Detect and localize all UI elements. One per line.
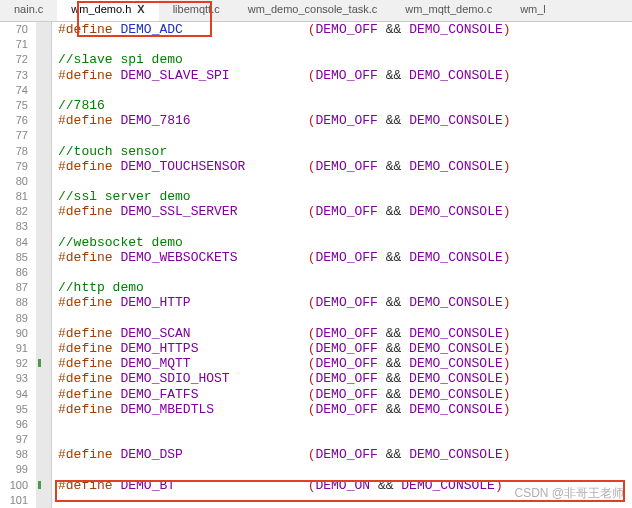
code-line[interactable]: #define DEMO_HTTP (DEMO_OFF && DEMO_CONS… xyxy=(58,295,511,310)
code-line[interactable]: //http demo xyxy=(58,280,511,295)
close-icon[interactable]: X xyxy=(137,3,144,15)
fold-column xyxy=(36,22,52,508)
code-line[interactable]: #define DEMO_7816 (DEMO_OFF && DEMO_CONS… xyxy=(58,113,511,128)
line-number-gutter: 7071727374757677787980818283848586878889… xyxy=(0,22,36,508)
code-line[interactable]: #define DEMO_MBEDTLS (DEMO_OFF && DEMO_C… xyxy=(58,402,511,417)
code-line[interactable]: //websocket demo xyxy=(58,235,511,250)
tab-wm-demo-console-task-c[interactable]: wm_demo_console_task.c xyxy=(234,0,392,21)
code-line[interactable]: #define DEMO_MQTT (DEMO_OFF && DEMO_CONS… xyxy=(58,356,511,371)
line-number: 89 xyxy=(4,311,28,326)
line-number: 72 xyxy=(4,52,28,67)
tab-bar: nain.c wm_demo.hX libemqtt.c wm_demo_con… xyxy=(0,0,632,22)
code-line[interactable]: #define DEMO_FATFS (DEMO_OFF && DEMO_CON… xyxy=(58,387,511,402)
tab-libemqtt-c[interactable]: libemqtt.c xyxy=(159,0,234,21)
code-line[interactable]: //ssl server demo xyxy=(58,189,511,204)
code-area[interactable]: #define DEMO_ADC (DEMO_OFF && DEMO_CONSO… xyxy=(52,22,511,508)
line-number: 98 xyxy=(4,447,28,462)
line-number: 99 xyxy=(4,462,28,477)
code-line[interactable]: #define DEMO_SDIO_HOST (DEMO_OFF && DEMO… xyxy=(58,371,511,386)
tab-wm-mqtt-demo-c[interactable]: wm_mqtt_demo.c xyxy=(391,0,506,21)
code-line[interactable]: #define DEMO_WEBSOCKETS (DEMO_OFF && DEM… xyxy=(58,250,511,265)
line-number: 70 xyxy=(4,22,28,37)
line-number: 90 xyxy=(4,326,28,341)
tab-wm-l[interactable]: wm_l xyxy=(506,0,560,21)
code-line[interactable] xyxy=(58,432,511,447)
code-line[interactable]: //slave spi demo xyxy=(58,52,511,67)
line-number: 75 xyxy=(4,98,28,113)
code-line[interactable] xyxy=(58,37,511,52)
code-line[interactable]: #define DEMO_DSP (DEMO_OFF && DEMO_CONSO… xyxy=(58,447,511,462)
line-number: 76 xyxy=(4,113,28,128)
line-number: 84 xyxy=(4,235,28,250)
line-number: 82 xyxy=(4,204,28,219)
line-number: 78 xyxy=(4,144,28,159)
code-line[interactable]: #define DEMO_SSL_SERVER (DEMO_OFF && DEM… xyxy=(58,204,511,219)
code-editor[interactable]: 7071727374757677787980818283848586878889… xyxy=(0,22,632,508)
code-line[interactable]: #define DEMO_HTTPS (DEMO_OFF && DEMO_CON… xyxy=(58,341,511,356)
line-number: 80 xyxy=(4,174,28,189)
line-number: 97 xyxy=(4,432,28,447)
code-line[interactable] xyxy=(58,219,511,234)
code-line[interactable] xyxy=(58,462,511,477)
line-number: 101 xyxy=(4,493,28,508)
line-number: 86 xyxy=(4,265,28,280)
line-number: 95 xyxy=(4,402,28,417)
line-number: 100 xyxy=(4,478,28,493)
code-line[interactable] xyxy=(58,311,511,326)
line-number: 79 xyxy=(4,159,28,174)
code-line[interactable] xyxy=(58,83,511,98)
code-line[interactable] xyxy=(58,174,511,189)
tab-nain-c[interactable]: nain.c xyxy=(0,0,57,21)
code-line[interactable]: #define DEMO_SLAVE_SPI (DEMO_OFF && DEMO… xyxy=(58,68,511,83)
line-number: 71 xyxy=(4,37,28,52)
line-number: 92 xyxy=(4,356,28,371)
line-number: 73 xyxy=(4,68,28,83)
line-number: 81 xyxy=(4,189,28,204)
line-number: 83 xyxy=(4,219,28,234)
code-line[interactable]: #define DEMO_BT (DEMO_ON && DEMO_CONSOLE… xyxy=(58,478,511,493)
code-line[interactable]: #define DEMO_TOUCHSENSOR (DEMO_OFF && DE… xyxy=(58,159,511,174)
code-line[interactable]: //touch sensor xyxy=(58,144,511,159)
line-number: 85 xyxy=(4,250,28,265)
code-line[interactable] xyxy=(58,493,511,508)
code-line[interactable] xyxy=(58,417,511,432)
code-line[interactable]: //7816 xyxy=(58,98,511,113)
code-line[interactable]: #define DEMO_ADC (DEMO_OFF && DEMO_CONSO… xyxy=(58,22,511,37)
line-number: 77 xyxy=(4,128,28,143)
tab-wm-demo-h[interactable]: wm_demo.hX xyxy=(57,0,158,21)
line-number: 88 xyxy=(4,295,28,310)
code-line[interactable]: #define DEMO_SCAN (DEMO_OFF && DEMO_CONS… xyxy=(58,326,511,341)
line-number: 96 xyxy=(4,417,28,432)
line-number: 93 xyxy=(4,371,28,386)
line-number: 74 xyxy=(4,83,28,98)
line-number: 91 xyxy=(4,341,28,356)
line-number: 87 xyxy=(4,280,28,295)
code-line[interactable] xyxy=(58,128,511,143)
code-line[interactable] xyxy=(58,265,511,280)
line-number: 94 xyxy=(4,387,28,402)
